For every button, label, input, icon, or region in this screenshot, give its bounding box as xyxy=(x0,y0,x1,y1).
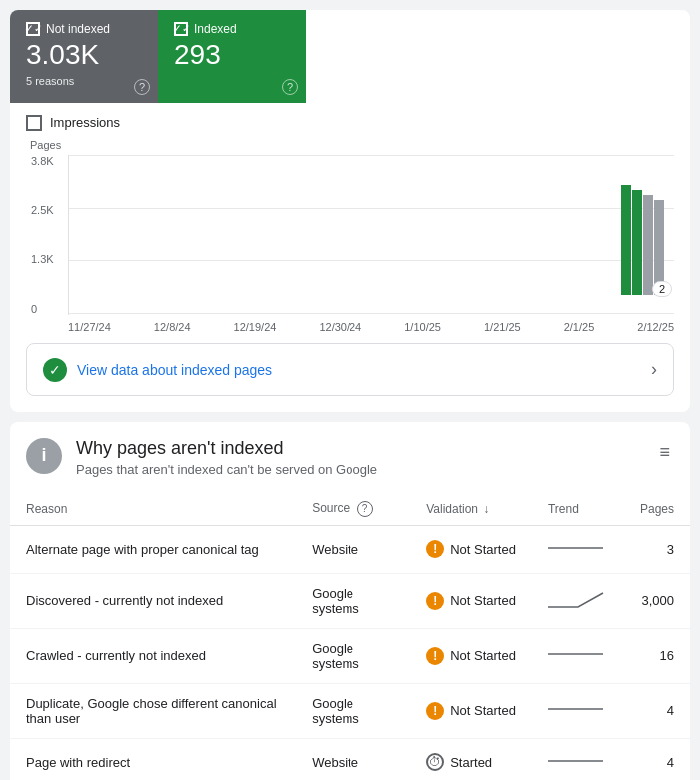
reasons-table: Reason Source ? Validation ↓ Trend Pages xyxy=(10,493,690,780)
info-icon: i xyxy=(26,438,62,474)
bar-gray-1 xyxy=(643,195,653,295)
cell-reason-3: Duplicate, Google chose different canoni… xyxy=(10,683,296,738)
impressions-row[interactable]: Impressions xyxy=(10,103,690,139)
green-check-icon: ✓ xyxy=(43,358,67,382)
cell-trend-1 xyxy=(532,573,624,628)
cell-validation-4: ⏱Started xyxy=(410,738,532,780)
cell-pages-3: 4 xyxy=(624,683,690,738)
not-indexed-help-icon[interactable]: ? xyxy=(134,79,150,95)
chart-x-axis: 11/27/24 12/8/24 12/19/24 12/30/24 1/10/… xyxy=(68,315,674,333)
view-data-link[interactable]: ✓ View data about indexed pages › xyxy=(26,343,674,396)
cell-validation-1: !Not Started xyxy=(410,573,532,628)
indexed-checkbox-row[interactable]: ✓ Indexed xyxy=(174,22,290,36)
table-header-row: Reason Source ? Validation ↓ Trend Pages xyxy=(10,493,690,526)
cell-trend-3 xyxy=(532,683,624,738)
validation-text-2: Not Started xyxy=(450,648,516,663)
impressions-checkbox[interactable] xyxy=(26,115,42,131)
col-trend: Trend xyxy=(532,493,624,526)
x-label-7: 2/12/25 xyxy=(637,321,674,333)
bar-green-2 xyxy=(632,190,642,295)
chart-container: 3.8K 2.5K 1.3K 0 2 xyxy=(68,155,674,315)
validation-text-3: Not Started xyxy=(450,703,516,718)
y-label-1: 1.3K xyxy=(31,253,54,265)
indexed-label: Indexed xyxy=(194,22,237,36)
x-label-5: 1/21/25 xyxy=(484,321,521,333)
table-row[interactable]: Crawled - currently not indexedGoogle sy… xyxy=(10,628,690,683)
trend-line-up-1 xyxy=(548,589,608,609)
index-cards: ✓ Not indexed 3.03K 5 reasons ? ✓ Indexe… xyxy=(10,10,690,103)
not-indexed-card: ✓ Not indexed 3.03K 5 reasons ? xyxy=(10,10,158,103)
not-indexed-value: 3.03K xyxy=(26,40,142,71)
chart-badge: 2 xyxy=(652,281,672,297)
grid-line-mid2 xyxy=(69,260,674,261)
cell-pages-2: 16 xyxy=(624,628,690,683)
x-label-4: 1/10/25 xyxy=(404,321,441,333)
y-label-3: 3.8K xyxy=(31,155,54,167)
trend-line-flat-3 xyxy=(548,699,608,719)
cell-validation-3: !Not Started xyxy=(410,683,532,738)
validation-sort-icon[interactable]: ↓ xyxy=(483,502,489,516)
view-data-text: View data about indexed pages xyxy=(77,362,272,378)
cell-reason-1: Discovered - currently not indexed xyxy=(10,573,296,628)
indexed-help-icon[interactable]: ? xyxy=(282,79,298,95)
table-row[interactable]: Alternate page with proper canonical tag… xyxy=(10,525,690,573)
cell-reason-0: Alternate page with proper canonical tag xyxy=(10,525,296,573)
validation-text-4: Started xyxy=(450,755,492,770)
cell-source-2: Google systems xyxy=(296,628,410,683)
y-label-2: 2.5K xyxy=(31,204,54,216)
cell-source-0: Website xyxy=(296,525,410,573)
x-label-0: 11/27/24 xyxy=(68,321,111,333)
chart-bars xyxy=(621,175,664,295)
bottom-section: i Why pages aren't indexed Pages that ar… xyxy=(10,422,690,780)
chevron-right-icon: › xyxy=(651,359,657,380)
cell-trend-0 xyxy=(532,525,624,573)
not-started-icon-3: ! xyxy=(426,702,444,720)
indexed-checkbox[interactable]: ✓ xyxy=(174,22,188,36)
y-axis-labels: 3.8K 2.5K 1.3K 0 xyxy=(31,155,54,315)
impressions-label: Impressions xyxy=(50,115,120,130)
section-subtitle: Pages that aren't indexed can't be serve… xyxy=(76,462,377,477)
validation-text-1: Not Started xyxy=(450,593,516,608)
cell-pages-4: 4 xyxy=(624,738,690,780)
trend-line-flat-2 xyxy=(548,644,608,664)
source-help-icon[interactable]: ? xyxy=(357,501,373,517)
filter-icon[interactable]: ≡ xyxy=(655,438,674,467)
cell-pages-1: 3,000 xyxy=(624,573,690,628)
cell-source-3: Google systems xyxy=(296,683,410,738)
y-label-0: 0 xyxy=(31,303,54,315)
not-started-icon-1: ! xyxy=(426,592,444,610)
grid-line-mid1 xyxy=(69,208,674,209)
col-reason: Reason xyxy=(10,493,296,526)
cell-reason-2: Crawled - currently not indexed xyxy=(10,628,296,683)
chart-y-label: Pages xyxy=(26,139,674,151)
table-row[interactable]: Discovered - currently not indexedGoogle… xyxy=(10,573,690,628)
section-title-group: Why pages aren't indexed Pages that aren… xyxy=(76,438,377,477)
col-pages: Pages xyxy=(624,493,690,526)
cell-validation-2: !Not Started xyxy=(410,628,532,683)
cell-source-1: Google systems xyxy=(296,573,410,628)
x-label-3: 12/30/24 xyxy=(319,321,361,333)
section-title: Why pages aren't indexed xyxy=(76,438,377,459)
not-indexed-checkbox-row[interactable]: ✓ Not indexed xyxy=(26,22,142,36)
not-started-icon-0: ! xyxy=(426,540,444,558)
table-row[interactable]: Page with redirectWebsite⏱Started4 xyxy=(10,738,690,780)
trend-line-flat-4 xyxy=(548,751,608,771)
col-source: Source ? xyxy=(296,493,410,526)
validation-text-0: Not Started xyxy=(450,542,516,557)
cell-trend-2 xyxy=(532,628,624,683)
grid-line-top xyxy=(69,155,674,156)
table-row[interactable]: Duplicate, Google chose different canoni… xyxy=(10,683,690,738)
trend-line-flat-0 xyxy=(548,538,608,558)
grid-line-bottom xyxy=(69,313,674,314)
section-header: i Why pages aren't indexed Pages that ar… xyxy=(10,438,690,493)
cell-pages-0: 3 xyxy=(624,525,690,573)
cell-source-4: Website xyxy=(296,738,410,780)
cell-trend-4 xyxy=(532,738,624,780)
chart-area: Pages 3.8K 2.5K 1.3K 0 xyxy=(10,139,690,333)
x-label-2: 12/19/24 xyxy=(234,321,277,333)
col-validation: Validation ↓ xyxy=(410,493,532,526)
cell-validation-0: !Not Started xyxy=(410,525,532,573)
not-indexed-checkbox[interactable]: ✓ xyxy=(26,22,40,36)
cell-reason-4: Page with redirect xyxy=(10,738,296,780)
x-label-6: 2/1/25 xyxy=(564,321,595,333)
